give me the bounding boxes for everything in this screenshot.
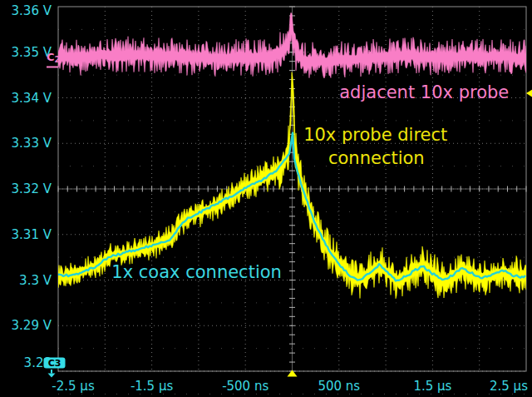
y-axis-label: 3.31 V — [12, 227, 52, 242]
y-axis-label: 3.32 V — [12, 181, 52, 196]
y-axis-label: 3.33 V — [12, 136, 52, 151]
annotation-10x-probe-direct: 10x probe direct — [303, 125, 447, 145]
y-axis-label: 3.34 V — [12, 91, 52, 106]
oscilloscope-plot: adjacent 10x probe10x probe directconnec… — [0, 0, 532, 397]
oscilloscope-screen: adjacent 10x probe10x probe directconnec… — [0, 0, 532, 397]
x-axis-label: -2.5 µs — [52, 379, 95, 394]
x-axis-label: 500 ns — [318, 379, 360, 394]
y-axis-label: 3.3 V — [19, 273, 52, 288]
x-axis-label: -1.5 µs — [131, 379, 174, 394]
channel-offset-marker-c3: C3 — [44, 358, 66, 378]
y-axis-label: 3.29 V — [12, 318, 52, 333]
annotation-connection: connection — [328, 148, 425, 168]
annotation-1x-coax-connection: 1x coax connection — [111, 262, 282, 282]
x-axis-label: -500 ns — [222, 379, 268, 394]
svg-text:C3: C3 — [48, 358, 62, 369]
channel-marker-underline — [47, 66, 58, 67]
x-axis-label: 1.5 µs — [413, 379, 451, 394]
x-axis-label: 2.5 µs — [490, 379, 528, 394]
y-axis-label: 3.36 V — [12, 3, 52, 18]
trigger-level-icon[interactable] — [526, 89, 532, 97]
annotation-adjacent-10x-probe: adjacent 10x probe — [339, 82, 509, 102]
